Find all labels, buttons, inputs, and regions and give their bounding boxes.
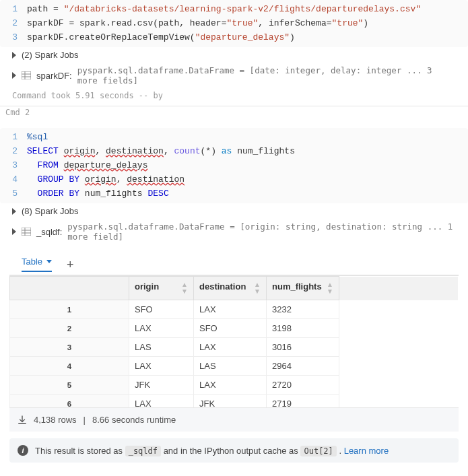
column-header-origin[interactable]: origin▲▼ [129,277,194,300]
cell-num-flights: 3198 [267,319,339,338]
info-icon: i [18,445,28,456]
cell-filler [339,300,459,319]
line-number: 2 [0,145,27,159]
cell-num-flights: 3232 [267,300,339,319]
table-row[interactable]: 3LASLAX3016 [10,338,459,357]
chevron-right-icon [12,72,16,79]
cell-num-flights: 3016 [267,338,339,357]
cell-destination: LAS [194,357,267,376]
line-number: 1 [0,3,27,17]
row-index: 1 [10,300,129,319]
code-line: sparkDF.createOrReplaceTempView("departu… [27,31,295,45]
spark-jobs-toggle[interactable]: (8) Spark Jobs [0,203,468,219]
line-number: 3 [0,159,27,173]
dataframe-icon [22,71,31,79]
line-number: 2 [0,17,27,31]
table-row[interactable]: 6LAXJFK2719 [10,395,459,408]
cell-destination: LAX [194,300,267,319]
chevron-right-icon [12,228,16,235]
rows-count: 4,138 rows [34,415,77,425]
code-line: SELECT origin, destination, count(*) as … [27,145,295,159]
code-line: sparkDF = spark.read.csv(path, header="t… [27,17,368,31]
cell-destination: LAX [194,338,267,357]
column-header-num-flights[interactable]: num_flights▲▼ [267,277,339,300]
chevron-down-icon [46,260,52,263]
line-number: 5 [0,187,27,201]
cell-destination: LAX [194,376,267,395]
learn-more-link[interactable]: Learn more [344,446,389,456]
row-index: 6 [10,395,129,408]
code-cell-1[interactable]: 1 path = "/databricks-datasets/learning-… [0,0,468,47]
column-filler [339,277,459,300]
sort-icon: ▲▼ [181,281,188,295]
runtime-label: 8.66 seconds runtime [92,415,176,425]
chevron-right-icon [12,208,16,215]
cell-destination: JFK [194,395,267,408]
cell-origin: JFK [129,376,194,395]
chip-out: Out[2] [300,446,336,456]
chevron-right-icon [12,52,16,59]
cell-filler [339,357,459,376]
dataframe-schema-toggle[interactable]: sparkDF: pyspark.sql.dataframe.DataFrame… [0,63,468,88]
download-icon[interactable] [18,415,27,425]
execution-time: Command took 5.91 seconds -- by [0,88,468,106]
spark-jobs-label: (2) Spark Jobs [22,50,79,60]
info-text: This result is stored as _sqldf and in t… [35,446,389,456]
row-index: 3 [10,338,129,357]
add-tab-button[interactable]: + [67,259,74,271]
dataframe-var: _sqldf: [36,227,62,237]
line-number: 1 [0,131,27,145]
cell-num-flights: 2719 [267,395,339,408]
cell-filler [339,338,459,357]
result-table-wrap[interactable]: origin▲▼ destination▲▼ num_flights▲▼ 1SF… [9,276,459,407]
column-header-destination[interactable]: destination▲▼ [194,277,267,300]
sort-icon: ▲▼ [254,281,261,295]
tab-label: Table [22,257,42,267]
column-header-index[interactable] [10,277,129,300]
chip-sqldf: _sqldf [125,446,161,456]
row-index: 4 [10,357,129,376]
cell-filler [339,319,459,338]
dataframe-schema-toggle[interactable]: _sqldf: pyspark.sql.dataframe.DataFrame … [0,219,468,244]
line-number: 4 [0,173,27,187]
table-row[interactable]: 1SFOLAX3232 [10,300,459,319]
cell-origin: LAX [129,319,194,338]
info-banner: i This result is stored as _sqldf and in… [9,438,459,463]
table-row[interactable]: 2LAXSFO3198 [10,319,459,338]
row-index: 2 [10,319,129,338]
dataframe-icon [22,228,31,236]
cell-divider: Cmd 2 [0,106,468,118]
cell-origin: LAX [129,395,194,408]
svg-rect-0 [22,71,31,79]
svg-rect-4 [22,228,31,236]
table-row[interactable]: 4LAXLAS2964 [10,357,459,376]
spark-jobs-toggle[interactable]: (2) Spark Jobs [0,47,468,63]
cell-origin: LAX [129,357,194,376]
code-line: %sql [27,131,48,145]
code-line: GROUP BY origin, destination [27,173,185,187]
code-line: ORDER BY num_flights DESC [27,187,169,201]
tab-table[interactable]: Table [22,257,52,272]
dataframe-schema: pyspark.sql.dataframe.DataFrame = [origi… [67,222,456,242]
cell-origin: SFO [129,300,194,319]
cell-filler [339,395,459,408]
result-table: origin▲▼ destination▲▼ num_flights▲▼ 1SF… [9,276,459,407]
cell-origin: LAS [129,338,194,357]
sort-icon: ▲▼ [327,281,333,295]
separator: | [83,415,86,425]
code-cell-2[interactable]: 1 %sql 2 SELECT origin, destination, cou… [0,128,468,203]
result-footer: 4,138 rows | 8.66 seconds runtime [9,407,459,432]
table-row[interactable]: 5JFKLAX2720 [10,376,459,395]
row-index: 5 [10,376,129,395]
dataframe-var: sparkDF: [36,71,72,81]
result-tabs: Table + [9,250,459,276]
code-line: path = "/databricks-datasets/learning-sp… [27,3,421,17]
cell-num-flights: 2720 [267,376,339,395]
line-number: 3 [0,31,27,45]
cell-filler [339,376,459,395]
cell-num-flights: 2964 [267,357,339,376]
cell-destination: SFO [194,319,267,338]
spark-jobs-label: (8) Spark Jobs [22,206,79,216]
code-line: FROM departure_delays [27,159,147,173]
dataframe-schema: pyspark.sql.dataframe.DataFrame = [date:… [77,65,456,86]
